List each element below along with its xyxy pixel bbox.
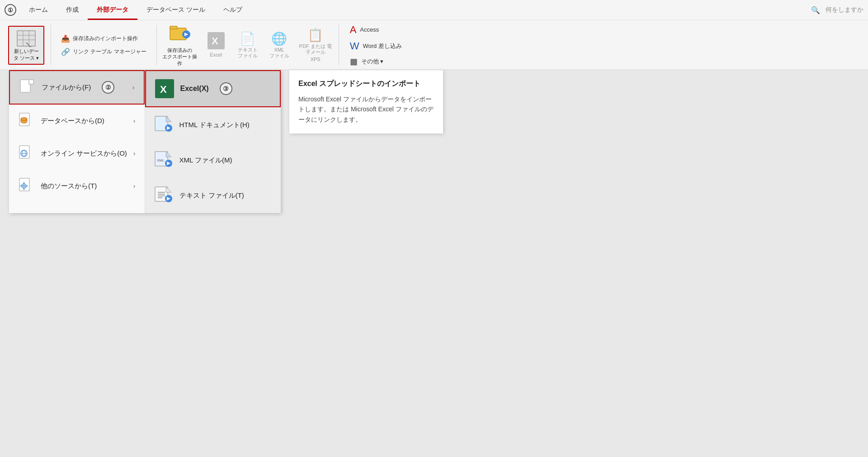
chevron-right-icon: › [132, 84, 135, 91]
export-xml-button[interactable]: 🌐 XML ファイル [264, 23, 295, 67]
new-datasource-icon [15, 29, 37, 48]
excel-icon: X [208, 32, 225, 51]
main-area: ファイルから(F) ② › データベースから(D) › [0, 70, 868, 457]
menu-item-file[interactable]: ファイルから(F) ② › [9, 70, 145, 105]
ribbon: ① ホーム 作成 外部データ データベース ツール ヘルプ 🔍 何をしますか [0, 0, 868, 70]
menu-item-online-service[interactable]: オンライン サービスから(O) › [9, 137, 145, 170]
tab-external-data[interactable]: 外部データ [88, 0, 137, 20]
tab-bar: ① ホーム 作成 外部データ データベース ツール ヘルプ 🔍 何をしますか [0, 0, 868, 20]
tooltip-text: Microsoft Excel ファイルからデータをインポートします。または M… [298, 94, 434, 124]
tooltip-title: Excel スプレッドシートのインポート [298, 79, 434, 89]
chevron-right-icon: › [133, 150, 136, 157]
svg-marker-30 [166, 116, 171, 122]
svg-marker-34 [166, 152, 171, 157]
file-icon [19, 79, 35, 95]
online-icon [18, 145, 34, 162]
new-datasource-label: 新しいデー タ ソース ▾ [14, 48, 39, 61]
svg-marker-39 [166, 187, 171, 192]
xml-submenu-icon: XML [154, 151, 173, 170]
step-1-badge: ① [5, 4, 16, 16]
step-2-circle: ② [102, 81, 114, 94]
pdf-icon: 📋 [307, 28, 323, 43]
tab-database-tools[interactable]: データベース ツール [137, 0, 214, 20]
svg-rect-15 [29, 80, 33, 84]
excel-submenu-icon: X [155, 79, 174, 98]
tab-help[interactable]: ヘルプ [214, 0, 251, 20]
xml-icon: 🌐 [271, 31, 287, 46]
word-merge-button[interactable]: W Word 差し込み [347, 39, 405, 53]
export-pdf-button[interactable]: 📋 PDF または 電子メール XPS [295, 23, 336, 67]
submenu-html[interactable]: HTML ドキュメント(H) [145, 107, 281, 143]
svg-rect-8 [170, 26, 177, 29]
tab-create[interactable]: 作成 [57, 0, 88, 20]
submenu-excel[interactable]: X Excel(X) ③ [145, 70, 281, 107]
access-section: A Access W Word 差し込み ▦ その他 ▾ [342, 23, 410, 67]
word-icon: W [350, 40, 359, 52]
menu-item-other-source[interactable]: 他のソースから(T) › [9, 170, 145, 202]
link-icon: 🔗 [61, 48, 70, 56]
svg-text:X: X [160, 84, 167, 95]
import-group: 📥 保存済みのインポート操作 🔗 リンク テーブル マネージャー [54, 23, 154, 67]
saved-export-button[interactable]: 保存済みの エクスポート操作 [160, 23, 200, 67]
svg-point-18 [21, 118, 27, 120]
other-source-icon [18, 178, 34, 194]
other-button[interactable]: ▦ その他 ▾ [347, 55, 405, 68]
database-icon [18, 113, 34, 129]
other-icon: ▦ [350, 57, 358, 67]
dropdown-menu: ファイルから(F) ② › データベースから(D) › [9, 70, 281, 213]
submenu-text[interactable]: テキスト ファイル(T) [145, 178, 281, 213]
chevron-right-icon: › [133, 117, 136, 124]
export-excel-button[interactable]: X Excel [200, 23, 232, 67]
saved-export-label: 保存済みの エクスポート操作 [161, 47, 198, 67]
search-icon[interactable]: 🔍 [811, 6, 820, 14]
menu-item-database[interactable]: データベースから(D) › [9, 105, 145, 137]
export-folder-icon [169, 24, 191, 45]
text-file-icon: 📄 [240, 31, 255, 46]
tab-home[interactable]: ホーム [20, 0, 57, 20]
search-label[interactable]: 何をしますか [826, 6, 863, 14]
dropdown-col1: ファイルから(F) ② › データベースから(D) › [9, 70, 145, 213]
chevron-right-icon: › [133, 182, 136, 190]
link-table-manager-button[interactable]: 🔗 リンク テーブル マネージャー [57, 46, 150, 58]
html-icon [154, 115, 173, 134]
svg-rect-23 [19, 178, 29, 191]
submenu-xml[interactable]: XML XML ファイル(M) [145, 143, 281, 178]
step-3-circle: ③ [220, 82, 232, 95]
svg-text:X: X [212, 35, 218, 47]
search-area: 🔍 何をしますか [811, 6, 863, 14]
svg-rect-0 [17, 31, 35, 46]
ribbon-content: 新しいデー タ ソース ▾ 📥 保存済みのインポート操作 🔗 リンク テーブル … [0, 20, 868, 70]
import-icon: 📥 [61, 34, 70, 43]
text-submenu-icon [154, 186, 173, 205]
dropdown-col2: X Excel(X) ③ HTML ドキュメント(H) [145, 70, 281, 213]
tooltip-panel: Excel スプレッドシートのインポート Microsoft Excel ファイ… [289, 70, 443, 133]
svg-text:XML: XML [157, 158, 165, 162]
access-icon: A [350, 24, 357, 36]
saved-import-button[interactable]: 📥 保存済みのインポート操作 [57, 33, 150, 45]
new-datasource-button[interactable]: 新しいデー タ ソース ▾ [8, 26, 44, 65]
access-button[interactable]: A Access [347, 23, 405, 37]
export-text-button[interactable]: 📄 テキスト ファイル [232, 23, 264, 67]
